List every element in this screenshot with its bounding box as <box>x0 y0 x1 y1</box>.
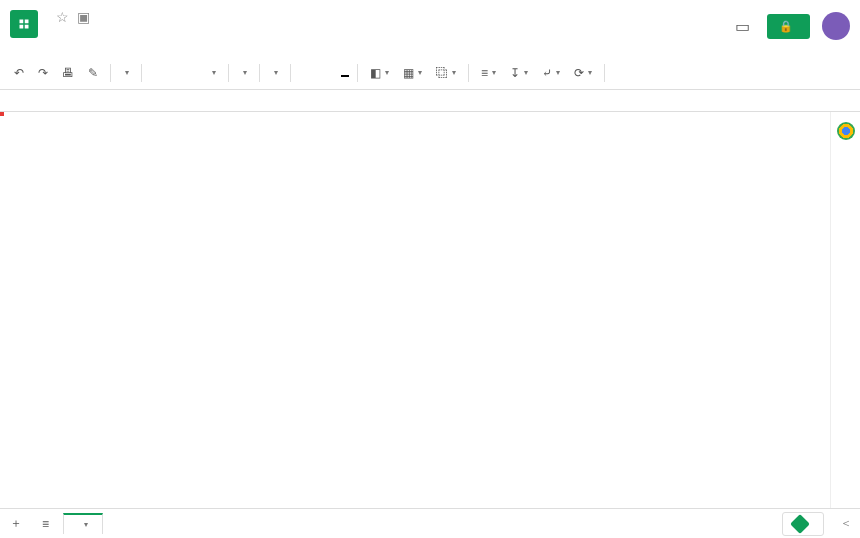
merge-button[interactable]: ⿻ <box>432 63 460 83</box>
lock-icon: 🔒 <box>779 20 793 33</box>
move-folder-icon[interactable]: ▣ <box>77 9 90 25</box>
explore-button[interactable] <box>782 512 824 536</box>
number-format-select[interactable] <box>206 65 220 80</box>
font-select[interactable] <box>237 65 251 80</box>
annotation-highlight <box>0 112 4 116</box>
keep-icon[interactable] <box>837 122 855 140</box>
add-sheet-button[interactable]: ＋ <box>0 515 32 532</box>
svg-rect-2 <box>25 20 29 24</box>
star-icon[interactable]: ☆ <box>56 9 69 25</box>
svg-rect-4 <box>25 25 29 29</box>
increase-decimal-button[interactable] <box>192 70 200 76</box>
zoom-select[interactable] <box>119 65 133 80</box>
decrease-decimal-button[interactable] <box>178 70 186 76</box>
wrap-button[interactable]: ⤶ <box>538 63 564 83</box>
currency-button[interactable] <box>150 70 158 76</box>
svg-rect-0 <box>17 17 31 31</box>
spreadsheet-grid[interactable] <box>0 112 830 508</box>
italic-button[interactable] <box>313 70 321 76</box>
more-toolbar-button[interactable] <box>613 70 621 76</box>
sheets-logo[interactable] <box>10 10 38 38</box>
rotate-button[interactable]: ⟳ <box>570 63 596 83</box>
svg-rect-1 <box>20 20 24 24</box>
percent-button[interactable] <box>164 70 172 76</box>
side-panel <box>830 112 860 508</box>
share-button[interactable]: 🔒 <box>767 14 810 39</box>
collapse-sidepanel-icon[interactable]: ＜ <box>832 515 860 532</box>
paint-format-icon[interactable]: ✎ <box>84 63 102 83</box>
comments-icon[interactable]: ▭ <box>729 13 755 39</box>
sheet-tab[interactable]: ▾ <box>63 513 103 534</box>
explore-icon <box>790 514 810 534</box>
redo-icon[interactable]: ↷ <box>34 63 52 83</box>
sheet-tab-menu-icon[interactable]: ▾ <box>84 520 88 529</box>
strike-button[interactable] <box>327 70 335 76</box>
text-color-button[interactable] <box>341 70 349 76</box>
halign-button[interactable]: ≡ <box>477 63 500 83</box>
toolbar: ↶ ↷ 🖶 ✎ ◧ ▦ ⿻ ≡ ↧ ⤶ ⟳ <box>0 56 860 90</box>
undo-icon[interactable]: ↶ <box>10 63 28 83</box>
all-sheets-button[interactable]: ≡ <box>32 517 59 531</box>
borders-button[interactable]: ▦ <box>399 63 426 83</box>
fill-color-button[interactable]: ◧ <box>366 63 393 83</box>
bold-button[interactable] <box>299 70 307 76</box>
svg-rect-3 <box>20 25 24 29</box>
formula-input[interactable] <box>34 90 860 111</box>
account-avatar[interactable] <box>822 12 850 40</box>
print-icon[interactable]: 🖶 <box>58 63 78 83</box>
font-size-select[interactable] <box>268 65 282 80</box>
valign-button[interactable]: ↧ <box>506 63 532 83</box>
